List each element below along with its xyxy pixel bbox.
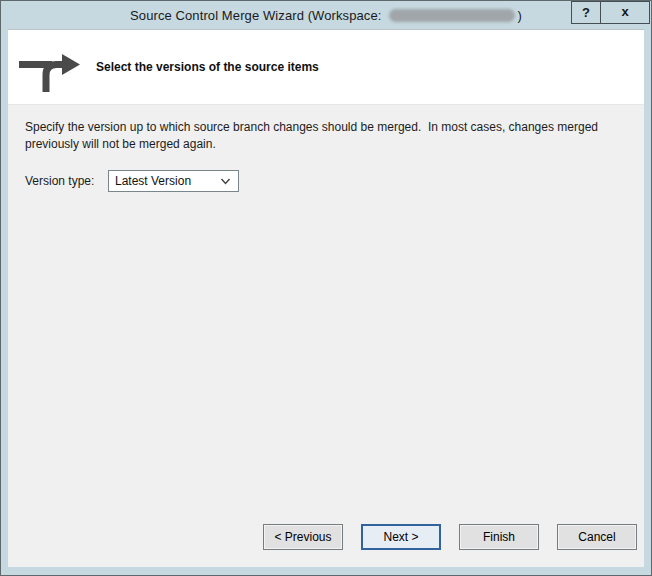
version-type-row: Version type: Latest Version xyxy=(25,170,644,192)
version-type-value: Latest Version xyxy=(115,174,191,188)
chevron-down-icon xyxy=(220,174,231,188)
merge-branch-arrow-icon xyxy=(19,45,81,96)
dialog-content: Select the versions of the source items … xyxy=(8,29,644,567)
next-button[interactable]: Next > xyxy=(361,524,441,550)
wizard-navigation: < Previous Next > Finish Cancel xyxy=(263,524,637,550)
titlebar[interactable]: Source Control Merge Wizard (Workspace: … xyxy=(1,1,651,29)
close-button[interactable]: x xyxy=(600,2,649,23)
window-title-suffix: ) xyxy=(518,8,522,23)
version-type-label: Version type: xyxy=(25,174,108,188)
version-type-combobox[interactable]: Latest Version xyxy=(108,170,239,192)
system-buttons: ? x xyxy=(571,1,650,24)
finish-button[interactable]: Finish xyxy=(459,524,539,550)
merge-wizard-dialog: Source Control Merge Wizard (Workspace: … xyxy=(0,0,652,576)
window-title: Source Control Merge Wizard (Workspace: … xyxy=(130,8,522,23)
step-title: Select the versions of the source items xyxy=(96,60,319,74)
help-button[interactable]: ? xyxy=(572,2,600,23)
cancel-button[interactable]: Cancel xyxy=(557,524,637,550)
window-title-prefix: Source Control Merge Wizard (Workspace: xyxy=(130,8,381,23)
redacted-workspace-name xyxy=(389,9,515,22)
previous-button[interactable]: < Previous xyxy=(263,524,343,550)
description-text: Specify the version up to which source b… xyxy=(25,119,623,153)
wizard-header: Select the versions of the source items xyxy=(8,30,644,105)
